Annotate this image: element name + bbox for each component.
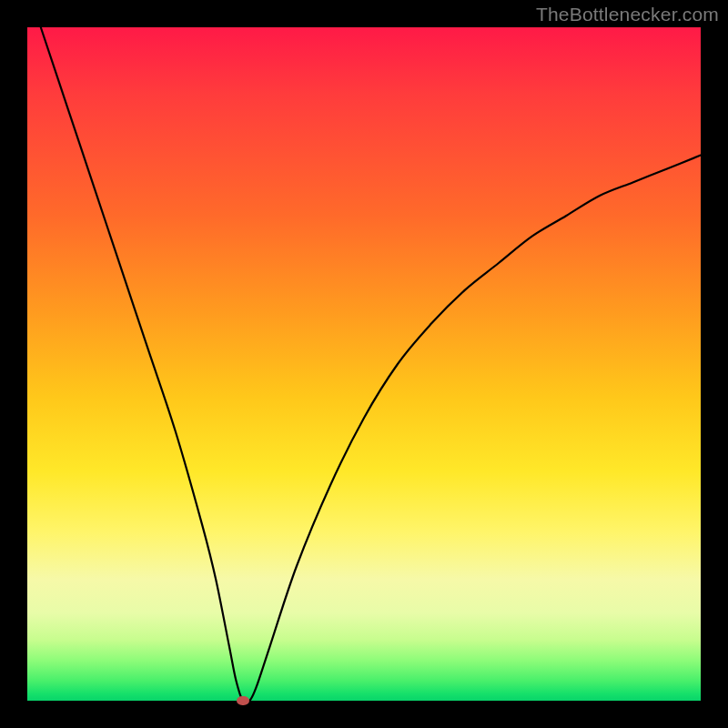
optimal-point-marker — [237, 696, 249, 705]
chart-frame: TheBottlenecker.com — [0, 0, 728, 728]
attribution-text: TheBottlenecker.com — [536, 4, 719, 25]
plot-area — [27, 27, 701, 701]
bottleneck-curve — [27, 27, 701, 701]
